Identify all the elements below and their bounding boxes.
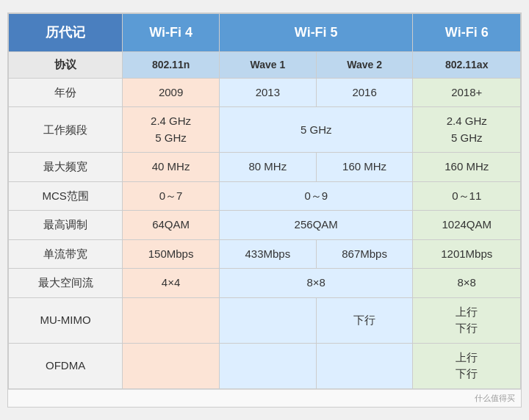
ofdma-wave2 xyxy=(316,343,413,388)
bandwidth-wave1: 80 MHz xyxy=(219,153,316,182)
mumimo-wave1 xyxy=(219,297,316,343)
frequency-wifi6: 2.4 GHz 5 GHz xyxy=(413,107,521,153)
header-wifi4: Wi-Fi 4 xyxy=(123,14,220,52)
footer-watermark: 什么值得买 xyxy=(8,389,521,407)
bandwidth-label: 最大频宽 xyxy=(9,153,123,182)
frequency-label: 工作频段 xyxy=(9,107,123,153)
header-wifi6: Wi-Fi 6 xyxy=(413,14,521,52)
year-wifi4: 2009 xyxy=(123,78,220,107)
ofdma-wave1 xyxy=(219,343,316,388)
ofdma-wifi6: 上行 下行 xyxy=(413,343,521,388)
modulation-wifi5: 256QAM xyxy=(219,211,413,240)
frequency-wifi5: 5 GHz xyxy=(219,107,413,153)
mcs-wifi5: 0～9 xyxy=(219,181,413,211)
bandwidth-wifi6: 160 MHz xyxy=(413,153,521,182)
year-label: 年份 xyxy=(9,78,123,107)
ofdma-row: OFDMA 上行 下行 xyxy=(9,343,521,388)
spatial-streams-wifi4: 4×4 xyxy=(123,269,220,298)
stream-bandwidth-wave2: 867Mbps xyxy=(316,239,413,269)
bandwidth-wifi4: 40 MHz xyxy=(123,153,220,182)
wifi5-wave2-label: Wave 2 xyxy=(316,52,413,79)
year-wave1: 2013 xyxy=(219,78,316,107)
protocol-row: 协议 802.11n Wave 1 Wave 2 802.11ax xyxy=(9,52,521,79)
mumimo-label: MU-MIMO xyxy=(9,297,123,343)
protocol-label: 协议 xyxy=(9,52,123,79)
spatial-streams-wifi6: 8×8 xyxy=(413,269,521,298)
bandwidth-wave2: 160 MHz xyxy=(316,153,413,182)
modulation-label: 最高调制 xyxy=(9,211,123,240)
ofdma-label: OFDMA xyxy=(9,343,123,388)
comparison-table: 历代记 Wi-Fi 4 Wi-Fi 5 Wi-Fi 6 协议 802.11n W… xyxy=(7,12,522,408)
wifi4-protocol: 802.11n xyxy=(123,52,220,79)
modulation-wifi6: 1024QAM xyxy=(413,211,521,240)
wifi6-protocol: 802.11ax xyxy=(413,52,521,79)
mumimo-row: MU-MIMO 下行 上行 下行 xyxy=(9,297,521,343)
mcs-wifi4: 0～7 xyxy=(123,181,220,211)
header-wifi5: Wi-Fi 5 xyxy=(219,14,413,52)
header-row: 历代记 Wi-Fi 4 Wi-Fi 5 Wi-Fi 6 xyxy=(9,14,521,52)
header-label-col: 历代记 xyxy=(9,14,123,52)
bandwidth-row: 最大频宽 40 MHz 80 MHz 160 MHz 160 MHz xyxy=(9,153,521,182)
year-wifi6: 2018+ xyxy=(413,78,521,107)
mumimo-wifi4 xyxy=(123,297,220,343)
mumimo-wave2: 下行 xyxy=(316,297,413,343)
spatial-streams-row: 最大空间流 4×4 8×8 8×8 xyxy=(9,269,521,298)
stream-bandwidth-wave1: 433Mbps xyxy=(219,239,316,269)
mcs-label: MCS范围 xyxy=(9,181,123,211)
frequency-row: 工作频段 2.4 GHz 5 GHz 5 GHz 2.4 GHz 5 GHz xyxy=(9,107,521,153)
spatial-streams-label: 最大空间流 xyxy=(9,269,123,298)
modulation-row: 最高调制 64QAM 256QAM 1024QAM xyxy=(9,211,521,240)
stream-bandwidth-label: 单流带宽 xyxy=(9,239,123,269)
mcs-row: MCS范围 0～7 0～9 0～11 xyxy=(9,181,521,211)
mumimo-wifi6: 上行 下行 xyxy=(413,297,521,343)
modulation-wifi4: 64QAM xyxy=(123,211,220,240)
year-row: 年份 2009 2013 2016 2018+ xyxy=(9,78,521,107)
mcs-wifi6: 0～11 xyxy=(413,181,521,211)
spatial-streams-wifi5: 8×8 xyxy=(219,269,413,298)
stream-bandwidth-row: 单流带宽 150Mbps 433Mbps 867Mbps 1201Mbps xyxy=(9,239,521,269)
frequency-wifi4: 2.4 GHz 5 GHz xyxy=(123,107,220,153)
year-wave2: 2016 xyxy=(316,78,413,107)
ofdma-wifi4 xyxy=(123,343,220,388)
stream-bandwidth-wifi4: 150Mbps xyxy=(123,239,220,269)
stream-bandwidth-wifi6: 1201Mbps xyxy=(413,239,521,269)
wifi5-wave1-label: Wave 1 xyxy=(219,52,316,79)
